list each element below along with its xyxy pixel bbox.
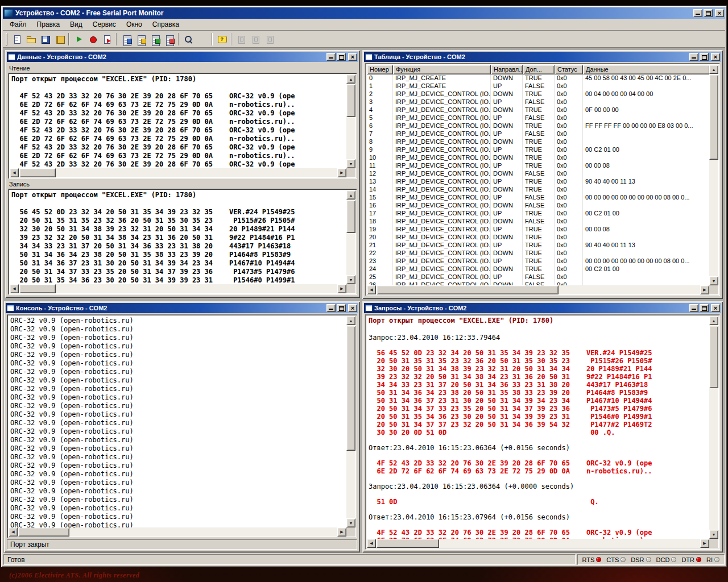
console-minimize-button[interactable]: [326, 304, 336, 312]
scroll-thumb[interactable]: [377, 539, 439, 548]
scroll-up-icon[interactable]: ▲: [346, 74, 355, 84]
table-row[interactable]: 5IRP_MJ_DEVICE_CONTROL (IO...UPFALSE0x0: [367, 114, 709, 122]
table-row[interactable]: 19IRP_MJ_DEVICE_CONTROL (IO...UPTRUE0x00…: [367, 226, 709, 234]
console-lines[interactable]: ORC-32 v0.9 (open-robotics.ru)ORC-32 v0.…: [9, 316, 346, 527]
data-minimize-button[interactable]: [326, 53, 336, 61]
scroll-down-icon[interactable]: ▼: [346, 518, 355, 527]
scroll-thumb[interactable]: [346, 84, 355, 117]
scroll-right-icon[interactable]: ▶: [337, 284, 346, 293]
table-row[interactable]: 12IRP_MJ_DEVICE_CONTROL (IO...DOWNFALSE0…: [367, 170, 709, 178]
table-row[interactable]: 1IRP_MJ_CREATEUPFALSE0x0: [367, 82, 709, 90]
console-maximize-button[interactable]: [337, 304, 346, 312]
table-row[interactable]: 2IRP_MJ_DEVICE_CONTROL (IO...DOWNTRUE0x0…: [367, 90, 709, 98]
menu-window[interactable]: Окно: [122, 19, 147, 30]
menu-file[interactable]: Файл: [5, 19, 31, 30]
table-row[interactable]: 8IRP_MJ_DEVICE_CONTROL (IO...DOWNTRUE0x0: [367, 138, 709, 146]
table-horizontal-scrollbar[interactable]: ◀ ▶: [367, 285, 709, 294]
menu-help[interactable]: Справка: [148, 19, 184, 30]
table-vertical-scrollbar[interactable]: ▲ ▼: [709, 65, 718, 285]
requests-maximize-button[interactable]: [700, 304, 709, 312]
scroll-right-icon[interactable]: ▶: [337, 527, 346, 537]
scroll-thumb[interactable]: [709, 74, 718, 160]
read-vertical-scrollbar[interactable]: ▲ ▼: [346, 74, 355, 168]
table-maximize-button[interactable]: [700, 53, 709, 61]
table-row[interactable]: 6IRP_MJ_DEVICE_CONTROL (IO...DOWNTRUE0x0…: [367, 122, 709, 130]
view-requests-button[interactable]: [162, 32, 176, 46]
requests-minimize-button[interactable]: [689, 304, 698, 312]
requests-window-titlebar[interactable]: Запросы - Устройство - COM2 ×: [364, 303, 721, 313]
maximize-button[interactable]: [704, 9, 713, 17]
scroll-left-icon[interactable]: ◀: [367, 539, 376, 548]
console-horizontal-scrollbar[interactable]: ◀ ▶: [9, 527, 346, 537]
scroll-left-icon[interactable]: ◀: [10, 168, 19, 177]
scroll-thumb[interactable]: [346, 200, 355, 233]
scroll-left-icon[interactable]: ◀: [367, 285, 376, 294]
write-horizontal-scrollbar[interactable]: ◀ ▶: [10, 284, 346, 293]
data-maximize-button[interactable]: [337, 53, 346, 61]
table-minimize-button[interactable]: [689, 53, 698, 61]
menu-edit[interactable]: Правка: [32, 19, 65, 30]
scroll-down-icon[interactable]: ▼: [709, 530, 718, 539]
table-row[interactable]: 0IRP_MJ_CREATEDOWNTRUE0x045 00 58 00 43 …: [367, 74, 709, 82]
save-file-button[interactable]: [38, 32, 52, 46]
minimize-button[interactable]: [693, 9, 702, 17]
scroll-thumb[interactable]: [18, 527, 69, 537]
data-close-button[interactable]: ×: [348, 53, 357, 61]
scroll-right-icon[interactable]: ▶: [700, 285, 709, 294]
column-header-status[interactable]: Статус: [555, 65, 583, 74]
console-window-titlebar[interactable]: Консоль - Устройство - COM2 ×: [6, 303, 358, 313]
table-row[interactable]: 11IRP_MJ_DEVICE_CONTROL (IO...UPTRUE0x00…: [367, 162, 709, 170]
data-window-titlebar[interactable]: Данные - Устройство - COM2 ×: [7, 52, 358, 62]
column-header-function[interactable]: Функция: [393, 65, 491, 74]
table-row[interactable]: 16IRP_MJ_DEVICE_CONTROL (IO...DOWNFALSE0…: [367, 202, 709, 210]
scroll-down-icon[interactable]: ▼: [346, 275, 355, 284]
table-row[interactable]: 24IRP_MJ_DEVICE_CONTROL (IO...DOWNTRUE0x…: [367, 265, 709, 273]
clear-button[interactable]: [100, 32, 114, 46]
table-row[interactable]: 10IRP_MJ_DEVICE_CONTROL (IO...DOWNTRUE0x…: [367, 154, 709, 162]
requests-horizontal-scrollbar[interactable]: ◀ ▶: [367, 539, 709, 548]
read-horizontal-scrollbar[interactable]: ◀ ▶: [10, 168, 346, 177]
scroll-up-icon[interactable]: ▲: [346, 190, 355, 199]
toolbar-grip[interactable]: [6, 33, 7, 45]
console-close-button[interactable]: ×: [348, 304, 357, 312]
table-window-titlebar[interactable]: Таблица - Устройство - COM2 ×: [364, 52, 721, 62]
scroll-right-icon[interactable]: ▶: [700, 539, 709, 548]
scroll-up-icon[interactable]: ▲: [346, 316, 355, 325]
view-console-button[interactable]: [148, 32, 162, 46]
scroll-left-icon[interactable]: ◀: [10, 284, 19, 293]
scroll-thumb[interactable]: [19, 284, 56, 293]
table-row[interactable]: 15IRP_MJ_DEVICE_CONTROL (IO...UPFALSE0x0…: [367, 194, 709, 202]
scroll-thumb[interactable]: [377, 285, 559, 294]
table-row[interactable]: 26IRP_MJ_DEVICE_CONTROL (IO...DOWNFALSE0…: [367, 281, 709, 285]
table-row[interactable]: 13IRP_MJ_DEVICE_CONTROL (IO...UPTRUE0x09…: [367, 178, 709, 186]
column-header-data[interactable]: Данные: [583, 65, 709, 74]
table-row[interactable]: 25IRP_MJ_DEVICE_CONTROL (IO...UPFALSE0x0: [367, 273, 709, 281]
open-file-button[interactable]: [24, 32, 38, 46]
write-vertical-scrollbar[interactable]: ▲ ▼: [346, 190, 355, 284]
requests-close-button[interactable]: ×: [711, 304, 720, 312]
table-row[interactable]: 17IRP_MJ_DEVICE_CONTROL (IO...UPTRUE0x00…: [367, 210, 709, 218]
table-row[interactable]: 21IRP_MJ_DEVICE_CONTROL (IO...UPTRUE0x09…: [367, 242, 709, 250]
column-header-extra[interactable]: Доп...: [523, 65, 555, 74]
requests-content[interactable]: Порт открыт процессом "EXCEL.EXE" (PID: …: [367, 316, 709, 539]
scroll-thumb[interactable]: [709, 326, 718, 388]
scroll-right-icon[interactable]: ▶: [337, 168, 346, 177]
table-row[interactable]: 22IRP_MJ_DEVICE_CONTROL (IO...DOWNTRUE0x…: [367, 250, 709, 257]
write-content[interactable]: Порт открыт процессом "EXCEL.EXE" (PID: …: [10, 190, 346, 284]
view-dump-button[interactable]: [119, 32, 133, 46]
stop-monitor-button[interactable]: [86, 32, 100, 46]
scroll-down-icon[interactable]: ▼: [346, 159, 355, 168]
scroll-thumb[interactable]: [19, 168, 56, 177]
menu-service[interactable]: Сервис: [88, 19, 121, 30]
main-titlebar[interactable]: Устройство - COM2 - Free Serial Port Mon…: [3, 7, 725, 19]
column-header-direction[interactable]: Направл...: [491, 65, 523, 74]
scroll-thumb[interactable]: [346, 326, 355, 451]
table-close-button[interactable]: ×: [711, 53, 720, 61]
table-row[interactable]: 23IRP_MJ_DEVICE_CONTROL (IO...UPTRUE0x00…: [367, 257, 709, 265]
help-button[interactable]: [215, 32, 229, 46]
scroll-down-icon[interactable]: ▼: [709, 276, 718, 285]
close-button[interactable]: ×: [715, 9, 724, 17]
requests-vertical-scrollbar[interactable]: ▲ ▼: [709, 316, 718, 539]
find-button[interactable]: [181, 32, 195, 46]
read-content[interactable]: Порт открыт процессом "EXCEL.EXE" (PID: …: [10, 74, 346, 168]
